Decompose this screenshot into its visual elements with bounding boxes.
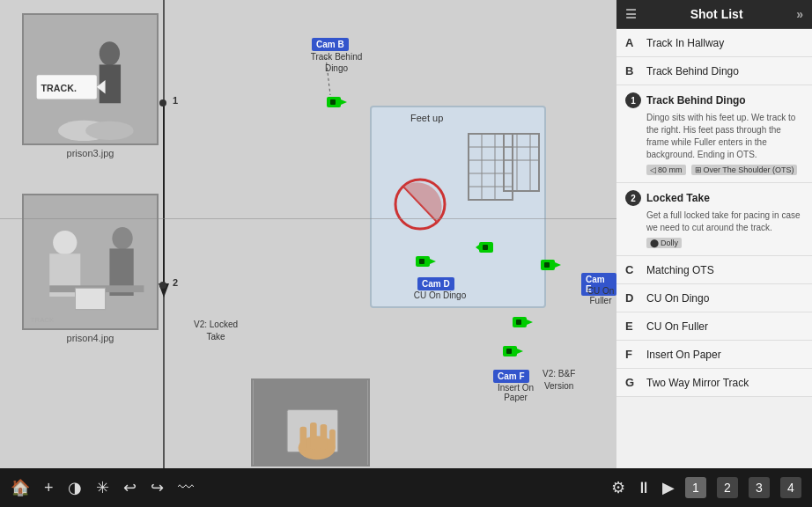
shot-item-1-lens-badge: ◁ 80 mm xyxy=(646,165,686,175)
svg-point-7 xyxy=(100,41,120,65)
svg-marker-59 xyxy=(527,320,533,325)
feet-up-label: Feet up xyxy=(410,113,443,123)
cam-f-icon xyxy=(499,342,524,361)
chevron-right-icon: » xyxy=(796,7,803,21)
shot-item-g-letter: G xyxy=(625,376,641,389)
prison4-image[interactable]: TRACK xyxy=(22,194,159,330)
svg-rect-57 xyxy=(483,245,488,250)
star-icon[interactable]: ✳ xyxy=(96,478,109,497)
shot-item-e-letter: E xyxy=(625,320,641,333)
cam-d-sublabel: CU On Dingo xyxy=(407,290,473,300)
shot-item-e[interactable]: E CU On Fuller xyxy=(616,312,812,341)
v2-bf-label: V2: B&FVersion xyxy=(543,368,575,393)
shot-item-b-letter: B xyxy=(625,64,641,77)
track-horizontal-line xyxy=(0,218,616,219)
svg-rect-51 xyxy=(544,262,550,268)
svg-rect-28 xyxy=(329,430,336,450)
svg-rect-20 xyxy=(75,288,105,309)
shot-item-2-desc: Get a full locked take for pacing in cas… xyxy=(625,209,803,234)
svg-rect-54 xyxy=(506,349,512,354)
svg-marker-30 xyxy=(341,99,347,105)
shot-item-1-title: Track Behind Dingo xyxy=(641,94,746,107)
cam-b-label: Cam B xyxy=(312,38,349,51)
shot-item-g-title: Two Way Mirror Track xyxy=(641,377,749,389)
svg-point-17 xyxy=(112,227,132,249)
shot-item-f[interactable]: F Insert On Paper xyxy=(616,341,812,369)
page-3-button[interactable]: 3 xyxy=(749,477,770,498)
shot-item-c[interactable]: C Matching OTS xyxy=(616,256,812,284)
shot-item-d[interactable]: D CU On Dingo xyxy=(616,284,812,312)
play-icon[interactable]: ▶ xyxy=(662,478,675,497)
svg-rect-26 xyxy=(310,422,317,450)
prison3-image[interactable]: TRACK. xyxy=(22,13,159,145)
cam-extra-2-icon xyxy=(509,312,534,332)
timeline-dot-1 xyxy=(159,99,166,107)
bottom-toolbar: 🏠 + ◑ ✳ ↩ ↪ 〰 ⚙ ⏸ ▶ 1 2 3 4 xyxy=(0,468,812,507)
prison3-inner: TRACK. xyxy=(24,15,157,143)
svg-marker-53 xyxy=(517,349,523,354)
cam-f-label: Cam F xyxy=(493,370,529,383)
cam-extra-1-icon xyxy=(476,238,500,257)
shot-item-1-desc: Dingo sits with his feet up. We track to… xyxy=(625,112,803,161)
shot-item-2-num: 2 xyxy=(625,190,641,206)
shot-number-2: 2 xyxy=(173,277,178,288)
shot-item-a-letter: A xyxy=(625,36,641,49)
shot-item-1-header: 1 Track Behind Dingo xyxy=(625,92,803,108)
prison7-inner xyxy=(253,380,368,465)
shot-item-2-title: Locked Take xyxy=(641,192,710,204)
svg-rect-27 xyxy=(321,424,328,450)
shot-item-1-num: 1 xyxy=(625,92,641,108)
shot-item-2-lens-badge: ⬤ Dolly xyxy=(646,238,682,248)
cam-e-icon xyxy=(537,255,562,275)
shot-item-b-title: Track Behind Dingo xyxy=(641,65,739,77)
storyboard-panel: TRACK. prison3.jpg xyxy=(0,0,616,468)
main-area: TRACK. prison3.jpg xyxy=(0,0,812,468)
cam-b-icon xyxy=(323,92,348,112)
page-2-button[interactable]: 2 xyxy=(717,477,738,498)
home-icon[interactable]: 🏠 xyxy=(11,478,30,497)
page-4-button[interactable]: 4 xyxy=(780,477,801,498)
scene-area xyxy=(370,106,546,308)
shot-item-d-letter: D xyxy=(625,291,641,305)
wave-icon[interactable]: 〰 xyxy=(178,479,194,497)
v2-locked-label: V2: LockedTake xyxy=(194,319,238,343)
svg-point-15 xyxy=(53,231,77,254)
settings-icon[interactable]: ⚙ xyxy=(611,478,625,497)
undo-icon[interactable]: ↩ xyxy=(123,478,137,497)
toolbar-right: ⚙ ⏸ ▶ 1 2 3 4 xyxy=(611,477,801,498)
page-1-button[interactable]: 1 xyxy=(685,477,706,498)
shot-item-1[interactable]: 1 Track Behind Dingo Dingo sits with his… xyxy=(616,85,812,183)
shot-item-g[interactable]: G Two Way Mirror Track xyxy=(616,369,812,397)
shot-list-content: A Track In Hallway B Track Behind Dingo … xyxy=(616,29,812,468)
svg-marker-50 xyxy=(555,262,561,268)
svg-rect-34 xyxy=(469,134,513,200)
cam-d-icon xyxy=(412,252,437,271)
cam-e-sublabel: CU OnFuller xyxy=(574,286,616,305)
shot-item-2[interactable]: 2 Locked Take Get a full locked take for… xyxy=(616,183,812,256)
svg-marker-47 xyxy=(430,259,436,264)
shot-item-a[interactable]: A Track In Hallway xyxy=(616,29,812,57)
prison4-label: prison4.jpg xyxy=(22,333,159,343)
shot-list-header: ☰ Shot List » xyxy=(616,0,812,29)
shot-item-a-title: Track In Hallway xyxy=(641,37,724,49)
svg-text:TRACK: TRACK xyxy=(31,316,55,324)
shot-list-title: Shot List xyxy=(690,7,743,21)
svg-rect-31 xyxy=(330,99,336,105)
svg-marker-56 xyxy=(476,242,483,253)
prison7-image[interactable] xyxy=(251,378,370,467)
cam-d-label: Cam D xyxy=(417,277,454,290)
shot-number-1: 1 xyxy=(173,95,178,106)
svg-text:TRACK.: TRACK. xyxy=(41,83,77,93)
pause-icon[interactable]: ⏸ xyxy=(636,479,652,497)
svg-point-13 xyxy=(85,121,134,140)
add-icon[interactable]: + xyxy=(44,479,54,497)
shot-item-1-type-badge: ⊞ Over The Shoulder (OTS) xyxy=(691,165,798,175)
shot-list-panel: ☰ Shot List » A Track In Hallway B Track… xyxy=(616,0,812,468)
timeline-dot-2 xyxy=(159,282,166,289)
redo-icon[interactable]: ↪ xyxy=(151,478,164,497)
svg-rect-41 xyxy=(504,134,539,191)
shot-item-c-title: Matching OTS xyxy=(641,264,714,276)
shot-item-f-title: Insert On Paper xyxy=(641,349,721,361)
layers-icon[interactable]: ◑ xyxy=(68,478,82,497)
shot-item-b[interactable]: B Track Behind Dingo xyxy=(616,57,812,85)
